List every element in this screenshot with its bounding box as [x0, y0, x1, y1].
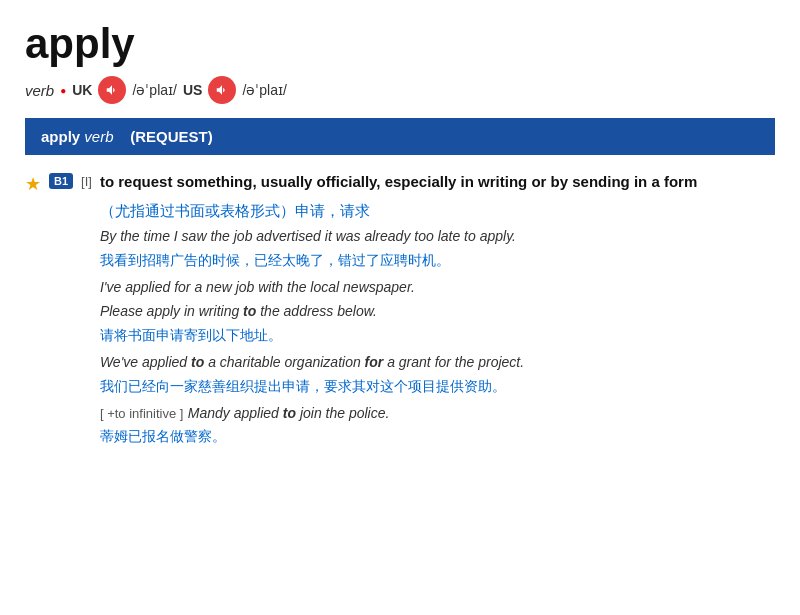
- us-audio-button[interactable]: [208, 76, 236, 104]
- uk-audio-button[interactable]: [98, 76, 126, 104]
- example-1-zh: 我看到招聘广告的时候，已经太晚了，错过了应聘时机。: [100, 250, 775, 271]
- pos-label: verb: [25, 82, 54, 99]
- definition-text: to request something, usually officially…: [100, 171, 775, 194]
- example-5-zh: 蒂姆已报名做警察。: [100, 426, 775, 447]
- uk-label: UK: [72, 82, 92, 98]
- example-1-en: By the time I saw the job advertised it …: [100, 226, 775, 247]
- speaker-icon: [105, 83, 119, 97]
- example-4-zh: 我们已经向一家慈善组织提出申请，要求其对这个项目提供资助。: [100, 376, 775, 397]
- us-pron: /əˈplaɪ/: [242, 82, 286, 98]
- bullet-separator: ●: [60, 85, 66, 96]
- example-4-en: We've applied to a charitable organizati…: [100, 352, 775, 373]
- example-5-en: Mandy applied to join the police.: [188, 405, 390, 421]
- b1-badge: B1: [49, 173, 73, 189]
- definition-content: to request something, usually officially…: [100, 171, 775, 453]
- header-word: apply: [41, 128, 80, 145]
- example-5-block: [ +to infinitive ] Mandy applied to join…: [100, 403, 775, 424]
- us-label: US: [183, 82, 202, 98]
- header-pos: verb: [84, 128, 113, 145]
- header-sense: (REQUEST): [130, 128, 213, 145]
- example-3-zh: 请将书面申请寄到以下地址。: [100, 325, 775, 346]
- grammar-small-note: [ +to infinitive ]: [100, 406, 183, 421]
- word-title: apply: [25, 20, 775, 68]
- translation-text: （尤指通过书面或表格形式）申请，请求: [100, 200, 775, 223]
- example-3-en: Please apply in writing to the address b…: [100, 301, 775, 322]
- definition-header: apply verb (REQUEST): [25, 118, 775, 155]
- pronunciation-row: verb ● UK /əˈplaɪ/ US /əˈplaɪ/: [25, 76, 775, 104]
- star-icon: ★: [25, 173, 41, 195]
- uk-pron: /əˈplaɪ/: [132, 82, 176, 98]
- speaker-icon-us: [215, 83, 229, 97]
- entry-block: ★ B1 [I] to request something, usually o…: [25, 171, 775, 453]
- example-2-en: I've applied for a new job with the loca…: [100, 277, 775, 298]
- grammar-note: [I]: [81, 174, 92, 189]
